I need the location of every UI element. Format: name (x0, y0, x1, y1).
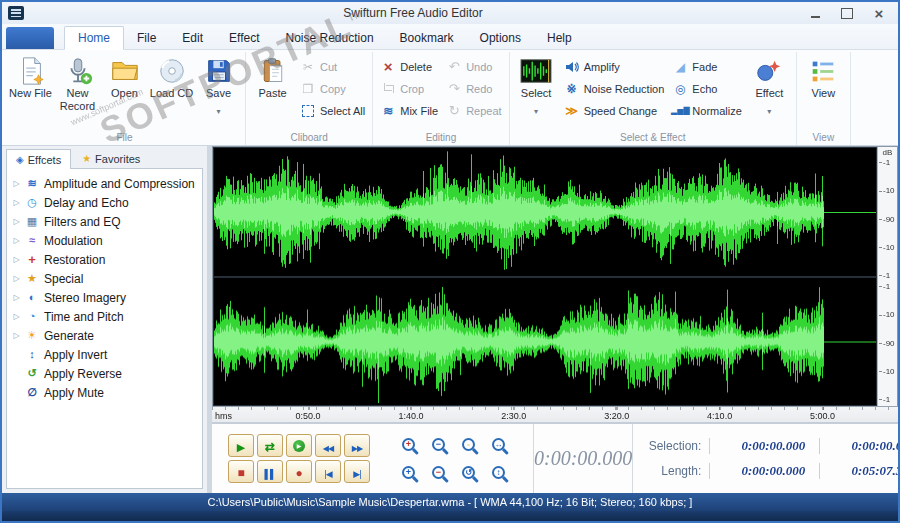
tree-item-apply-mute[interactable]: Apply Mute (9, 383, 200, 402)
cut-button[interactable]: Cut (296, 56, 369, 77)
open-button[interactable]: Open (101, 53, 148, 100)
crop-button[interactable]: Crop (376, 78, 442, 99)
noise-reduction-button[interactable]: Noise Reduction (560, 78, 669, 99)
ribbon: New File New Record Open Load CD (2, 50, 898, 146)
tree-item-stereo-imagery[interactable]: Stereo Imagery (9, 288, 200, 307)
expand-arrow-icon[interactable] (9, 179, 24, 188)
play-button[interactable] (228, 434, 254, 457)
tree-item-time-and-pitch[interactable]: Time and Pitch (9, 307, 200, 326)
undo-button[interactable]: Undo (442, 56, 505, 77)
group-label-editing: Editing (376, 131, 505, 145)
select-button[interactable]: Select (513, 53, 560, 108)
paste-button[interactable]: Paste (249, 53, 296, 100)
save-button[interactable]: Save (195, 53, 242, 108)
tab-file[interactable]: File (124, 27, 169, 49)
tab-noise-reduction[interactable]: Noise Reduction (273, 27, 387, 49)
tree-item-modulation[interactable]: Modulation (9, 231, 200, 250)
tree-item-special[interactable]: Special (9, 269, 200, 288)
expand-arrow-icon[interactable] (9, 236, 24, 245)
new-file-button[interactable]: New File (7, 53, 54, 100)
tree-item-delay-and-echo[interactable]: Delay and Echo (9, 193, 200, 212)
application-menu-button[interactable] (6, 27, 54, 49)
zoom-all-button[interactable] (488, 434, 509, 455)
vertical-zoom-in-button[interactable] (398, 462, 419, 483)
tab-bookmark[interactable]: Bookmark (387, 27, 467, 49)
amplify-button[interactable]: Amplify (560, 56, 669, 77)
ribbon-group-view: View View (797, 52, 851, 145)
filters-eq-icon (24, 216, 40, 227)
timeline-tick-label: 2:30.0 (501, 411, 526, 421)
speed-change-button[interactable]: Speed Change (560, 100, 669, 121)
delete-button[interactable]: Delete (376, 56, 442, 77)
tab-edit[interactable]: Edit (169, 27, 216, 49)
zoom-restore-button[interactable] (458, 462, 479, 483)
generate-icon (24, 330, 40, 341)
record-button[interactable] (286, 460, 312, 483)
tree-item-restoration[interactable]: Restoration (9, 250, 200, 269)
expand-arrow-icon[interactable] (9, 293, 24, 302)
tree-item-filters-and-eq[interactable]: Filters and EQ (9, 212, 200, 231)
expand-arrow-icon[interactable] (9, 255, 24, 264)
select-all-button[interactable]: Select All (296, 100, 369, 121)
normalize-icon (672, 103, 688, 119)
zoom-in-icon (402, 438, 415, 451)
echo-icon (672, 81, 688, 97)
loop-button[interactable] (257, 434, 283, 457)
mix-file-button[interactable]: Mix File (376, 100, 442, 121)
rewind-button[interactable] (315, 434, 341, 457)
tree-item-apply-invert[interactable]: Apply Invert (9, 345, 200, 364)
zoom-fit-button[interactable] (488, 462, 509, 483)
tree-item-apply-reverse[interactable]: Apply Reverse (9, 364, 200, 383)
waveform-left-channel[interactable] (214, 148, 876, 276)
expand-arrow-icon[interactable] (9, 312, 24, 321)
zoom-in-button[interactable] (398, 434, 419, 455)
maximize-button[interactable] (834, 5, 860, 21)
zoom-out-button[interactable] (428, 434, 449, 455)
tab-home[interactable]: Home (64, 26, 124, 50)
go-to-start-button[interactable] (315, 460, 341, 483)
tree-item-generate[interactable]: Generate (9, 326, 200, 345)
effect-dropdown-arrow-icon[interactable] (767, 100, 771, 108)
select-dropdown-arrow-icon[interactable] (534, 100, 538, 108)
repeat-button[interactable]: Repeat (442, 100, 505, 121)
app-menu-icon[interactable] (8, 6, 24, 20)
waveform-right-channel[interactable] (214, 278, 876, 406)
application-window: { "watermark": { "brand": "SOFTPORTAL", … (0, 0, 900, 523)
play-selection-button[interactable] (286, 434, 312, 457)
vertical-zoom-out-button[interactable] (428, 462, 449, 483)
copy-button[interactable]: Copy (296, 78, 369, 99)
echo-button[interactable]: Echo (668, 78, 746, 99)
group-label-clipboard: Cliboard (249, 131, 369, 145)
sidebar-tab-effects[interactable]: ◈ Effcets (6, 149, 71, 169)
load-cd-button[interactable]: Load CD (148, 53, 195, 100)
fade-button[interactable]: Fade (668, 56, 746, 77)
expand-arrow-icon[interactable] (9, 331, 24, 340)
view-button[interactable]: View (800, 53, 847, 100)
go-to-end-button[interactable] (344, 460, 370, 483)
new-record-button[interactable]: New Record (54, 53, 101, 112)
pause-button[interactable] (257, 460, 283, 483)
tab-effect[interactable]: Effect (216, 27, 272, 49)
close-button[interactable] (866, 5, 892, 21)
effect-button[interactable]: Effect (746, 53, 793, 108)
sidebar-tab-favorites[interactable]: ★ Favorites (72, 149, 150, 168)
stop-button[interactable] (228, 460, 254, 483)
expand-arrow-icon[interactable] (9, 274, 24, 283)
normalize-button[interactable]: Normalize (668, 100, 746, 121)
zoom-selection-button[interactable] (458, 434, 479, 455)
open-folder-icon (110, 55, 140, 87)
tab-help[interactable]: Help (534, 27, 585, 49)
ribbon-group-editing: Delete Crop Mix File Undo Redo (373, 52, 509, 145)
fast-forward-button[interactable] (344, 434, 370, 457)
zoom-selection-icon (462, 438, 475, 451)
expand-arrow-icon[interactable] (9, 198, 24, 207)
time-display: 0:00:00.000 (533, 424, 633, 493)
save-dropdown-arrow-icon[interactable] (216, 100, 220, 108)
redo-button[interactable]: Redo (442, 78, 505, 99)
minimize-button[interactable] (802, 5, 828, 21)
expand-arrow-icon[interactable] (9, 217, 24, 226)
tree-item-amplitude-and-compression[interactable]: Amplitude and Compression (9, 174, 200, 193)
timeline-ruler[interactable]: hms 0:50.0 1:40.0 2:30.0 3:20.0 4:10.0 5… (212, 406, 898, 423)
tab-options[interactable]: Options (467, 27, 534, 49)
noise-reduction-icon (564, 81, 580, 97)
